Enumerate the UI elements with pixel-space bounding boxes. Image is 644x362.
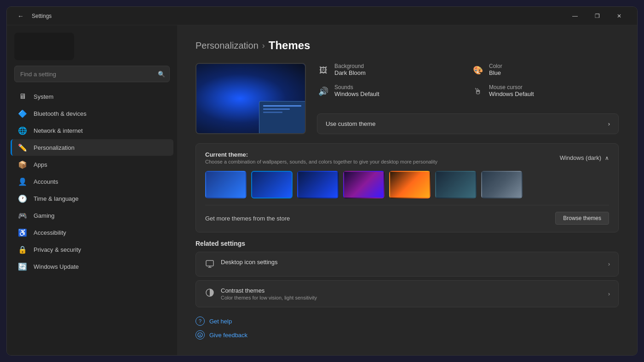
sidebar-item-gaming[interactable]: 🎮 Gaming [11, 207, 173, 224]
background-setting: 🖼 Background Dark Bloom [317, 63, 464, 77]
bluetooth-icon: 🔷 [18, 109, 27, 118]
sidebar-item-label-accounts: Accounts [34, 178, 58, 185]
current-theme-section: Current theme: Choose a combination of w… [196, 143, 619, 232]
help-icon: ? [196, 317, 205, 326]
related-settings-section: Related settings Desktop icon settings [196, 240, 619, 307]
chevron-up-icon: ∧ [605, 155, 609, 161]
feedback-icon [196, 330, 205, 339]
sidebar-item-update[interactable]: 🔄 Windows Update [11, 258, 173, 275]
main-content: Personalization › Themes [177, 25, 637, 355]
update-icon: 🔄 [18, 262, 27, 271]
search-input[interactable] [14, 66, 170, 82]
footer-links: ? Get help Give feedback [196, 317, 619, 339]
sidebar-item-bluetooth[interactable]: 🔷 Bluetooth & devices [11, 105, 173, 122]
close-button[interactable]: ✕ [609, 9, 630, 23]
related-settings-title: Related settings [196, 240, 619, 247]
time-icon: 🕐 [18, 194, 27, 203]
get-more-text: Get more themes from the store [205, 215, 290, 222]
minimize-button[interactable]: — [564, 9, 586, 23]
current-theme-header: Current theme: Choose a combination of w… [205, 151, 609, 164]
theme-thumbnail-6[interactable] [435, 171, 477, 198]
accounts-icon: 👤 [18, 177, 27, 186]
get-help-label: Get help [209, 318, 232, 325]
theme-thumbnail-4[interactable] [343, 171, 385, 198]
use-custom-theme-button[interactable]: Use custom theme › [317, 113, 619, 134]
sidebar-item-personalization[interactable]: ✏️ Personalization [11, 139, 173, 156]
sidebar-item-label-bluetooth: Bluetooth & devices [34, 110, 86, 117]
breadcrumb-current: Themes [269, 39, 310, 52]
window-content: 🔍 🖥 System 🔷 Bluetooth & devices 🌐 Netwo… [7, 25, 637, 355]
back-button[interactable]: ← [14, 10, 27, 23]
sidebar-item-label-update: Windows Update [34, 263, 79, 270]
sidebar-item-system[interactable]: 🖥 System [11, 88, 173, 105]
theme-preview-image [196, 63, 306, 134]
sidebar-item-time[interactable]: 🕐 Time & language [11, 190, 173, 207]
sidebar-item-label-network: Network & internet [34, 127, 83, 134]
titlebar: ← Settings — ❐ ✕ [7, 7, 637, 25]
user-profile [14, 33, 170, 60]
gaming-icon: 🎮 [18, 211, 27, 220]
contrast-themes-item[interactable]: Contrast themes Color themes for low vis… [196, 280, 619, 307]
give-feedback-label: Give feedback [209, 332, 247, 339]
maximize-button[interactable]: ❐ [586, 9, 608, 23]
contrast-themes-description: Color themes for low vision, light sensi… [221, 295, 317, 300]
sidebar-item-privacy[interactable]: 🔒 Privacy & security [11, 241, 173, 258]
active-theme-name: Windows (dark) [560, 154, 601, 161]
mouse-label: Mouse cursor [489, 84, 534, 90]
sidebar-item-label-gaming: Gaming [34, 212, 55, 219]
desktop-icon-settings-label: Desktop icon settings [221, 259, 278, 266]
sidebar-item-apps[interactable]: 📦 Apps [11, 156, 173, 173]
chevron-right-icon: › [608, 291, 610, 297]
sidebar-item-label-personalization: Personalization [34, 144, 75, 151]
sidebar-item-accounts[interactable]: 👤 Accounts [11, 173, 173, 190]
color-icon: 🎨 [472, 64, 484, 77]
get-more-section: Get more themes from the store Browse th… [205, 205, 609, 225]
sounds-icon: 🔊 [317, 85, 330, 98]
browse-themes-button[interactable]: Browse themes [555, 212, 609, 225]
network-icon: 🌐 [18, 126, 27, 135]
background-icon: 🖼 [317, 64, 330, 77]
background-label: Background [334, 63, 366, 69]
desktop-icon-settings-item[interactable]: Desktop icon settings › [196, 252, 619, 277]
theme-settings-grid: 🖼 Background Dark Bloom 🎨 Color Blue [317, 63, 619, 104]
mouse-value: Windows Default [489, 90, 534, 97]
sounds-setting: 🔊 Sounds Windows Default [317, 84, 464, 98]
theme-thumbnail-7[interactable] [481, 171, 523, 198]
theme-thumbnail-2[interactable] [251, 171, 293, 198]
theme-thumbnail-1[interactable] [205, 171, 247, 198]
system-icon: 🖥 [18, 92, 27, 101]
privacy-icon: 🔒 [18, 245, 27, 254]
personalization-icon: ✏️ [18, 143, 27, 152]
sidebar-item-accessibility[interactable]: ♿ Accessibility [11, 224, 173, 241]
theme-thumbnail-5[interactable] [389, 171, 431, 198]
use-custom-theme-label: Use custom theme [326, 120, 375, 127]
contrast-themes-label: Contrast themes [221, 287, 317, 294]
sidebar-item-label-accessibility: Accessibility [34, 229, 66, 236]
current-theme-name[interactable]: Windows (dark) ∧ [560, 154, 609, 161]
theme-thumbnail-3[interactable] [297, 171, 339, 198]
sidebar-item-label-system: System [34, 93, 53, 100]
sidebar-item-label-apps: Apps [34, 161, 47, 168]
background-value: Dark Bloom [334, 69, 366, 76]
sounds-label: Sounds [334, 84, 380, 90]
theme-preview-section: 🖼 Background Dark Bloom 🎨 Color Blue [196, 63, 619, 134]
chevron-right-icon: › [608, 120, 610, 127]
current-theme-description: Choose a combination of wallpapers, soun… [205, 159, 437, 164]
give-feedback-link[interactable]: Give feedback [196, 330, 619, 339]
svg-rect-0 [206, 260, 213, 266]
breadcrumb: Personalization › Themes [196, 39, 619, 52]
sidebar-item-label-time: Time & language [34, 195, 79, 202]
color-setting: 🎨 Color Blue [472, 63, 619, 77]
chevron-right-icon: › [608, 261, 610, 267]
breadcrumb-separator: › [262, 41, 265, 51]
contrast-themes-icon [204, 287, 215, 298]
color-value: Blue [489, 69, 502, 76]
search-box: 🔍 [14, 66, 170, 82]
current-theme-title: Current theme: [205, 151, 437, 158]
get-help-link[interactable]: ? Get help [196, 317, 619, 326]
window-title: Settings [32, 13, 52, 19]
sidebar-item-network[interactable]: 🌐 Network & internet [11, 122, 173, 139]
settings-window: ← Settings — ❐ ✕ 🔍 🖥 System [6, 6, 638, 356]
breadcrumb-parent[interactable]: Personalization [196, 40, 259, 51]
sidebar-item-label-privacy: Privacy & security [34, 246, 81, 253]
